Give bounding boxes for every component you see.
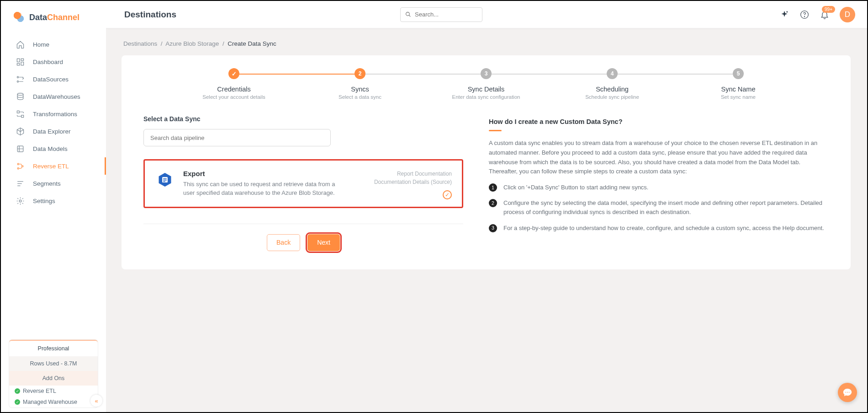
search-icon [405,11,411,18]
sync-card-desc: This sync can be used to request and ret… [183,180,339,198]
check-icon [15,399,20,405]
svg-point-4 [17,76,18,78]
step-scheduling[interactable]: 4 Scheduling Schedule sync pipeline [549,68,675,100]
step-syncs[interactable]: 2 Syncs Select a data sync [297,68,423,100]
svg-rect-0 [17,59,20,62]
home-icon [16,40,25,49]
sidebar-item-label: Data Explorer [33,128,71,135]
check-icon [15,388,20,394]
sidebar-item-label: Transformations [33,111,77,118]
sidebar-item-label: Home [33,41,49,48]
svg-point-17 [406,12,410,16]
sidebar-item-datasources[interactable]: DataSources [1,70,106,88]
sidebar-item-label: Segments [33,180,61,187]
models-icon [16,144,25,153]
plan-name: Professional [9,341,98,356]
svg-rect-1 [21,59,24,60]
sidebar-item-label: Data Models [33,145,68,152]
search-input[interactable] [415,11,477,18]
main: Destinations 99+ D Destinations / Azur [106,1,867,412]
svg-line-18 [409,15,410,16]
step-sync-details[interactable]: 3 Sync Details Enter data sync configura… [423,68,549,100]
chat-fab[interactable] [838,383,857,402]
brand-logo[interactable]: DataChannel [1,1,106,33]
sync-card-meta: Report Documentation Documentation Detai… [374,170,452,198]
sidebar-item-segments[interactable]: Segments [1,175,106,192]
content-panel: 1 Credentials Select your account detail… [122,55,851,269]
azure-blob-icon [155,170,175,190]
dashboard-icon [16,57,25,66]
svg-rect-24 [163,180,167,181]
help-step-item: 2Configure the sync by selecting the dat… [489,198,829,217]
svg-point-27 [847,392,848,393]
sidebar-nav: Home Dashboard DataSources DataWarehouse… [1,33,106,340]
help-icon[interactable] [799,10,810,20]
sidebar-item-label: Settings [33,198,55,204]
svg-rect-3 [17,63,20,65]
datasources-icon [16,75,25,84]
logo-text: DataChannel [29,13,79,22]
sidebar-item-transformations[interactable]: Transformations [1,105,106,123]
global-search[interactable] [400,7,482,22]
svg-point-26 [845,392,846,393]
help-step-item: 3For a step-by-step guide to understand … [489,224,829,233]
avatar[interactable]: D [840,7,855,22]
help-paragraph: A custom data sync enables you to stream… [489,139,829,177]
notif-badge: 99+ [822,6,835,13]
next-button[interactable]: Next [307,234,340,251]
svg-point-10 [17,163,19,165]
svg-point-16 [19,200,21,202]
plan-addon-item: Reverse ETL [9,386,98,397]
sidebar-item-label: Reverse ETL [33,163,69,170]
transformations-icon [16,109,25,118]
pipeline-search-input[interactable] [143,129,331,146]
bell-icon[interactable]: 99+ [820,10,830,20]
breadcrumb-link[interactable]: Destinations [123,40,157,47]
reverse-etl-icon [16,161,25,171]
plan-addon-item: Managed Warehouse [9,397,98,408]
plan-rows-used: Rows Used - 8.7M [9,356,98,371]
sidebar-item-label: Dashboard [33,59,63,65]
sidebar-item-reverse-etl[interactable]: Reverse ETL [1,157,106,175]
help-title: How do I create a new Custom Data Sync? [489,118,829,125]
segments-icon [16,179,25,188]
help-steps-list: 1Click on '+Data Sync' Button to start a… [489,183,829,233]
divider [143,224,463,224]
svg-rect-25 [163,181,165,182]
breadcrumb-current: Create Data Sync [228,40,276,47]
collapse-sidebar-button[interactable]: « [90,395,102,407]
selected-check-icon: ✓ [443,190,452,199]
sidebar-item-label: DataSources [33,76,69,83]
back-button[interactable]: Back [267,234,300,251]
svg-point-5 [17,80,18,82]
logo-icon [13,11,26,24]
explorer-icon [16,127,25,136]
svg-rect-7 [17,111,19,113]
svg-point-11 [17,167,19,169]
sidebar: DataChannel Home Dashboard DataSources D… [1,1,106,412]
sidebar-item-data-explorer[interactable]: Data Explorer [1,123,106,140]
sidebar-item-data-models[interactable]: Data Models [1,140,106,157]
plan-addons-title: Add Ons [9,371,98,386]
step-credentials[interactable]: 1 Credentials Select your account detail… [171,68,297,100]
svg-rect-2 [21,62,24,65]
sidebar-item-datawarehouses[interactable]: DataWarehouses [1,88,106,105]
svg-point-12 [21,165,23,166]
breadcrumb: Destinations / Azure Blob Storage / Crea… [123,40,851,47]
sync-card-export[interactable]: Export This sync can be used to request … [143,159,463,208]
gear-icon [16,196,25,205]
sidebar-item-settings[interactable]: Settings [1,192,106,209]
sidebar-item-label: DataWarehouses [33,93,80,100]
sync-card-title: Export [183,170,366,177]
sidebar-item-home[interactable]: Home [1,36,106,53]
help-underline [489,130,502,131]
select-sync-label: Select a Data Sync [143,115,463,123]
topbar: Destinations 99+ D [106,1,867,28]
svg-point-28 [849,392,850,393]
warehouse-icon [16,92,25,101]
breadcrumb-link[interactable]: Azure Blob Storage [165,40,219,47]
stepper: 1 Credentials Select your account detail… [171,68,801,100]
sidebar-item-dashboard[interactable]: Dashboard [1,53,106,70]
sparkle-icon[interactable] [779,10,789,20]
step-sync-name[interactable]: 5 Sync Name Set sync name [675,68,801,100]
